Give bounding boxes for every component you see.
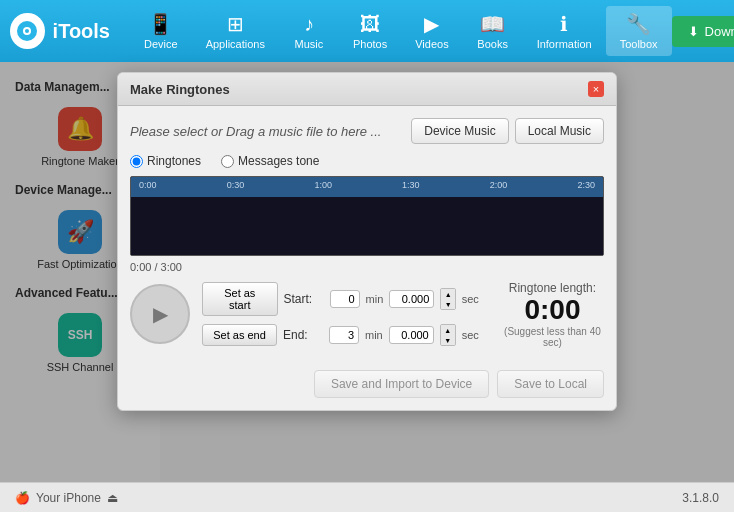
set-as-start-button[interactable]: Set as start (202, 282, 278, 316)
nav-applications-label: Applications (206, 38, 265, 50)
ringtones-label: Ringtones (147, 154, 201, 168)
device-info: 🍎 Your iPhone ⏏ (15, 491, 118, 505)
download-arrow-icon: ⬇ (688, 24, 699, 39)
start-min-unit: min (366, 293, 384, 305)
music-source-buttons: Device Music Local Music (411, 118, 604, 144)
device-music-button[interactable]: Device Music (411, 118, 508, 144)
start-sec-up[interactable]: ▲ (441, 289, 455, 299)
end-min-input[interactable] (329, 326, 359, 344)
start-row: Set as start Start: min ▲ ▼ sec (202, 282, 479, 316)
save-import-button[interactable]: Save and Import to Device (314, 370, 489, 398)
end-label: End: (283, 328, 323, 342)
nav-photos-label: Photos (353, 38, 387, 50)
device-icon: 📱 (148, 12, 173, 36)
timeline-0: 0:00 (139, 180, 157, 190)
nav-toolbox-label: Toolbox (620, 38, 658, 50)
file-select-row: Please select or Drag a music file to he… (130, 118, 604, 144)
bottombar: 🍎 Your iPhone ⏏ 3.1.8.0 (0, 482, 734, 512)
svg-rect-3 (131, 200, 603, 255)
waveform-svg (131, 200, 603, 255)
nav-music[interactable]: ♪ Music (279, 7, 339, 56)
end-sec-spinner: ▲ ▼ (440, 324, 456, 346)
end-sec-down[interactable]: ▼ (441, 335, 455, 345)
books-icon: 📖 (480, 12, 505, 36)
end-sec-up[interactable]: ▲ (441, 325, 455, 335)
app-name: iTools (53, 20, 110, 43)
topbar: iTools 📱 Device ⊞ Applications ♪ Music 🖼… (0, 0, 734, 62)
modal-overlay: Make Ringtones × Please select or Drag a… (0, 62, 734, 482)
start-sec-input[interactable] (389, 290, 434, 308)
modal-footer: Save and Import to Device Save to Local (118, 360, 616, 410)
nav-books[interactable]: 📖 Books (463, 6, 523, 56)
information-icon: ℹ (560, 12, 568, 36)
end-min-unit: min (365, 329, 383, 341)
timeline-60: 1:00 (314, 180, 332, 190)
svg-point-2 (25, 29, 29, 33)
ringtone-time: 0:00 (524, 295, 580, 326)
eject-icon: ⏏ (107, 491, 118, 505)
messages-tone-radio-label[interactable]: Messages tone (221, 154, 319, 168)
messages-tone-radio[interactable] (221, 155, 234, 168)
play-button[interactable]: ▶ (130, 284, 190, 344)
start-label: Start: (284, 292, 324, 306)
photos-icon: 🖼 (360, 13, 380, 36)
messages-tone-label: Messages tone (238, 154, 319, 168)
nav-toolbox[interactable]: 🔧 Toolbox (606, 6, 672, 56)
start-sec-spinner: ▲ ▼ (440, 288, 455, 310)
applications-icon: ⊞ (227, 12, 244, 36)
timeline-90: 1:30 (402, 180, 420, 190)
start-min-input[interactable] (330, 290, 360, 308)
nav-books-label: Books (477, 38, 508, 50)
version-label: 3.1.8.0 (682, 491, 719, 505)
time-display: 0:00 / 3:00 (130, 261, 604, 273)
set-as-end-button[interactable]: Set as end (202, 324, 277, 346)
nav-videos-label: Videos (415, 38, 448, 50)
nav-photos[interactable]: 🖼 Photos (339, 7, 401, 56)
nav-information-label: Information (537, 38, 592, 50)
toolbox-icon: 🔧 (626, 12, 651, 36)
music-icon: ♪ (304, 13, 314, 36)
apple-icon: 🍎 (15, 491, 30, 505)
tone-type-radios: Ringtones Messages tone (130, 154, 604, 168)
logo-icon (10, 13, 45, 49)
ringtones-radio-label[interactable]: Ringtones (130, 154, 201, 168)
nav-bar: 📱 Device ⊞ Applications ♪ Music 🖼 Photos… (130, 6, 672, 56)
timeline-150: 2:30 (577, 180, 595, 190)
device-name: Your iPhone (36, 491, 101, 505)
make-ringtones-modal: Make Ringtones × Please select or Drag a… (117, 72, 617, 411)
play-icon: ▶ (153, 302, 168, 326)
timeline-30: 0:30 (227, 180, 245, 190)
nav-applications[interactable]: ⊞ Applications (192, 6, 279, 56)
waveform-body (131, 197, 603, 256)
ringtone-suggest: (Suggest less than 40 sec) (501, 326, 604, 348)
download-button[interactable]: ⬇ Download (672, 16, 734, 47)
set-controls: Set as start Start: min ▲ ▼ sec Set as (202, 282, 479, 346)
save-local-button[interactable]: Save to Local (497, 370, 604, 398)
modal-body: Please select or Drag a music file to he… (118, 106, 616, 360)
controls-row: ▶ Set as start Start: min ▲ ▼ (130, 281, 604, 348)
logo-area: iTools (10, 13, 110, 49)
timeline-120: 2:00 (490, 180, 508, 190)
ringtone-length-label: Ringtone length: (509, 281, 596, 295)
videos-icon: ▶ (424, 12, 439, 36)
nav-device[interactable]: 📱 Device (130, 6, 192, 56)
start-sec-unit: sec (462, 293, 479, 305)
nav-information[interactable]: ℹ Information (523, 6, 606, 56)
nav-device-label: Device (144, 38, 178, 50)
ringtone-length-box: Ringtone length: 0:00 (Suggest less than… (501, 281, 604, 348)
end-sec-unit: sec (462, 329, 479, 341)
timeline-labels: 0:00 0:30 1:00 1:30 2:00 2:30 (131, 177, 603, 193)
download-label: Download (705, 24, 734, 39)
end-sec-input[interactable] (389, 326, 434, 344)
nav-videos[interactable]: ▶ Videos (401, 6, 462, 56)
modal-title: Make Ringtones (130, 82, 230, 97)
local-music-button[interactable]: Local Music (515, 118, 604, 144)
start-sec-down[interactable]: ▼ (441, 299, 455, 309)
nav-music-label: Music (295, 38, 324, 50)
timeline: 0:00 0:30 1:00 1:30 2:00 2:30 (131, 177, 603, 197)
ringtones-radio[interactable] (130, 155, 143, 168)
file-select-text: Please select or Drag a music file to he… (130, 124, 381, 139)
end-row: Set as end End: min ▲ ▼ sec (202, 324, 479, 346)
modal-close-button[interactable]: × (588, 81, 604, 97)
waveform-container: 0:00 0:30 1:00 1:30 2:00 2:30 (130, 176, 604, 256)
